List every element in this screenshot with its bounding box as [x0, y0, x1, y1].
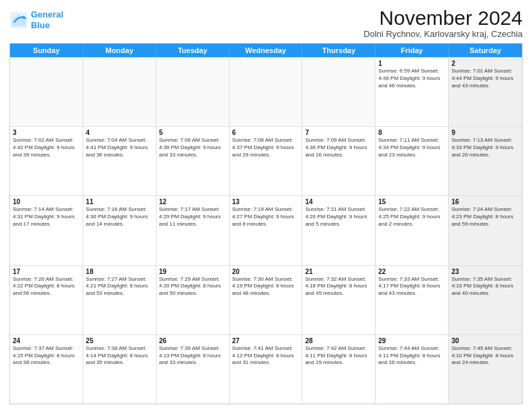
- cell-info-r2-c0: Sunrise: 7:14 AM Sunset: 4:31 PM Dayligh…: [13, 206, 80, 228]
- day-num-r2-c1: 11: [86, 198, 153, 205]
- day-num-r0-c5: 1: [378, 60, 445, 67]
- cal-cell-r1-c1: 4Sunrise: 7:04 AM Sunset: 4:41 PM Daylig…: [83, 127, 157, 195]
- logo-icon: [9, 11, 28, 30]
- cell-info-r2-c5: Sunrise: 7:22 AM Sunset: 4:25 PM Dayligh…: [378, 206, 445, 228]
- cell-info-r0-c5: Sunrise: 6:59 AM Sunset: 4:46 PM Dayligh…: [378, 68, 445, 89]
- header-tuesday: Tuesday: [157, 44, 230, 57]
- cell-info-r1-c3: Sunrise: 7:08 AM Sunset: 4:37 PM Dayligh…: [232, 137, 300, 158]
- header: General Blue November 2024 Dolni Rychnov…: [9, 7, 523, 39]
- day-num-r4-c6: 30: [451, 337, 519, 345]
- logo-line2: Blue: [31, 20, 50, 30]
- location: Dolni Rychnov, Karlovarsky kraj, Czechia: [363, 29, 523, 39]
- cal-cell-r2-c0: 10Sunrise: 7:14 AM Sunset: 4:31 PM Dayli…: [10, 196, 83, 265]
- header-saturday: Saturday: [449, 44, 522, 57]
- day-num-r1-c4: 7: [305, 129, 372, 136]
- cal-cell-r1-c4: 7Sunrise: 7:09 AM Sunset: 4:36 PM Daylig…: [302, 127, 375, 195]
- cell-info-r3-c3: Sunrise: 7:30 AM Sunset: 4:19 PM Dayligh…: [232, 276, 300, 298]
- cal-row-1: 3Sunrise: 7:02 AM Sunset: 4:42 PM Daylig…: [10, 126, 522, 195]
- cal-cell-r1-c0: 3Sunrise: 7:02 AM Sunset: 4:42 PM Daylig…: [10, 127, 83, 195]
- day-num-r3-c4: 21: [305, 268, 372, 275]
- cell-info-r4-c0: Sunrise: 7:37 AM Sunset: 4:15 PM Dayligh…: [13, 345, 80, 367]
- page: General Blue November 2024 Dolni Rychnov…: [0, 0, 532, 411]
- cell-info-r4-c1: Sunrise: 7:38 AM Sunset: 4:14 PM Dayligh…: [86, 345, 153, 367]
- day-num-r2-c5: 15: [378, 198, 445, 205]
- cell-info-r1-c4: Sunrise: 7:09 AM Sunset: 4:36 PM Dayligh…: [305, 137, 372, 158]
- cal-cell-r0-c3: [230, 58, 303, 126]
- header-sunday: Sunday: [10, 44, 83, 57]
- calendar: Sunday Monday Tuesday Wednesday Thursday…: [9, 43, 523, 404]
- cell-info-r1-c5: Sunrise: 7:11 AM Sunset: 4:34 PM Dayligh…: [378, 137, 445, 158]
- cell-info-r0-c6: Sunrise: 7:01 AM Sunset: 4:44 PM Dayligh…: [451, 68, 519, 89]
- cal-cell-r3-c5: 22Sunrise: 7:33 AM Sunset: 4:17 PM Dayli…: [375, 266, 449, 334]
- cal-cell-r1-c2: 5Sunrise: 7:06 AM Sunset: 4:39 PM Daylig…: [157, 127, 230, 195]
- cell-info-r3-c6: Sunrise: 7:35 AM Sunset: 4:16 PM Dayligh…: [451, 276, 519, 298]
- cell-info-r4-c4: Sunrise: 7:42 AM Sunset: 4:11 PM Dayligh…: [305, 345, 372, 367]
- month-title: November 2024: [363, 7, 523, 29]
- day-num-r2-c0: 10: [13, 198, 80, 205]
- day-num-r1-c1: 4: [86, 129, 153, 136]
- day-num-r3-c1: 18: [86, 268, 153, 275]
- header-friday: Friday: [375, 44, 449, 57]
- cal-cell-r2-c5: 15Sunrise: 7:22 AM Sunset: 4:25 PM Dayli…: [375, 196, 449, 265]
- cell-info-r2-c2: Sunrise: 7:17 AM Sunset: 4:29 PM Dayligh…: [159, 206, 226, 228]
- day-num-r1-c6: 9: [451, 129, 519, 136]
- cal-cell-r2-c2: 12Sunrise: 7:17 AM Sunset: 4:29 PM Dayli…: [157, 196, 230, 265]
- day-num-r2-c6: 16: [451, 198, 519, 205]
- cal-cell-r0-c5: 1Sunrise: 6:59 AM Sunset: 4:46 PM Daylig…: [375, 58, 449, 126]
- cal-cell-r4-c1: 25Sunrise: 7:38 AM Sunset: 4:14 PM Dayli…: [83, 335, 157, 404]
- cal-cell-r2-c1: 11Sunrise: 7:16 AM Sunset: 4:30 PM Dayli…: [83, 196, 157, 265]
- cal-row-3: 17Sunrise: 7:26 AM Sunset: 4:22 PM Dayli…: [10, 265, 522, 334]
- cal-cell-r0-c0: [10, 58, 83, 126]
- cal-cell-r3-c6: 23Sunrise: 7:35 AM Sunset: 4:16 PM Dayli…: [449, 266, 522, 334]
- cell-info-r3-c4: Sunrise: 7:32 AM Sunset: 4:18 PM Dayligh…: [305, 276, 372, 298]
- day-num-r4-c0: 24: [13, 337, 80, 345]
- cell-info-r2-c1: Sunrise: 7:16 AM Sunset: 4:30 PM Dayligh…: [86, 206, 153, 228]
- header-thursday: Thursday: [302, 44, 375, 57]
- cal-cell-r3-c3: 20Sunrise: 7:30 AM Sunset: 4:19 PM Dayli…: [230, 266, 303, 334]
- day-num-r3-c0: 17: [13, 268, 80, 275]
- day-num-r1-c3: 6: [232, 129, 300, 136]
- cell-info-r3-c2: Sunrise: 7:29 AM Sunset: 4:20 PM Dayligh…: [159, 276, 226, 298]
- cell-info-r1-c6: Sunrise: 7:13 AM Sunset: 4:33 PM Dayligh…: [451, 137, 519, 158]
- cal-cell-r3-c4: 21Sunrise: 7:32 AM Sunset: 4:18 PM Dayli…: [302, 266, 375, 334]
- calendar-header: Sunday Monday Tuesday Wednesday Thursday…: [10, 44, 522, 57]
- logo-text: General Blue: [31, 9, 63, 30]
- cell-info-r1-c2: Sunrise: 7:06 AM Sunset: 4:39 PM Dayligh…: [159, 137, 226, 158]
- day-num-r1-c5: 8: [378, 129, 445, 136]
- cell-info-r3-c1: Sunrise: 7:27 AM Sunset: 4:21 PM Dayligh…: [86, 276, 153, 298]
- cell-info-r2-c6: Sunrise: 7:24 AM Sunset: 4:23 PM Dayligh…: [451, 206, 519, 228]
- cal-cell-r4-c2: 26Sunrise: 7:39 AM Sunset: 4:13 PM Dayli…: [157, 335, 230, 404]
- cal-cell-r3-c2: 19Sunrise: 7:29 AM Sunset: 4:20 PM Dayli…: [157, 266, 230, 334]
- day-num-r3-c6: 23: [451, 268, 519, 275]
- logo: General Blue: [9, 9, 63, 30]
- cell-info-r3-c5: Sunrise: 7:33 AM Sunset: 4:17 PM Dayligh…: [378, 276, 445, 298]
- cal-cell-r2-c3: 13Sunrise: 7:19 AM Sunset: 4:27 PM Dayli…: [230, 196, 303, 265]
- day-num-r0-c6: 2: [451, 60, 519, 67]
- day-num-r2-c3: 13: [232, 198, 300, 205]
- cal-cell-r3-c0: 17Sunrise: 7:26 AM Sunset: 4:22 PM Dayli…: [10, 266, 83, 334]
- cell-info-r3-c0: Sunrise: 7:26 AM Sunset: 4:22 PM Dayligh…: [13, 276, 80, 298]
- cell-info-r4-c2: Sunrise: 7:39 AM Sunset: 4:13 PM Dayligh…: [159, 345, 226, 367]
- day-num-r4-c1: 25: [86, 337, 153, 345]
- cal-cell-r4-c6: 30Sunrise: 7:45 AM Sunset: 4:10 PM Dayli…: [449, 335, 522, 404]
- cal-row-2: 10Sunrise: 7:14 AM Sunset: 4:31 PM Dayli…: [10, 195, 522, 265]
- day-num-r1-c2: 5: [159, 129, 226, 136]
- cell-info-r2-c3: Sunrise: 7:19 AM Sunset: 4:27 PM Dayligh…: [232, 206, 300, 228]
- cell-info-r4-c6: Sunrise: 7:45 AM Sunset: 4:10 PM Dayligh…: [451, 345, 519, 367]
- day-num-r2-c2: 12: [159, 198, 226, 205]
- day-num-r4-c2: 26: [159, 337, 226, 345]
- cell-info-r4-c3: Sunrise: 7:41 AM Sunset: 4:12 PM Dayligh…: [232, 345, 300, 367]
- header-monday: Monday: [83, 44, 157, 57]
- day-num-r3-c2: 19: [159, 268, 226, 275]
- cal-cell-r4-c4: 28Sunrise: 7:42 AM Sunset: 4:11 PM Dayli…: [302, 335, 375, 404]
- cal-cell-r1-c3: 6Sunrise: 7:08 AM Sunset: 4:37 PM Daylig…: [230, 127, 303, 195]
- day-num-r4-c3: 27: [232, 337, 300, 345]
- cal-cell-r4-c5: 29Sunrise: 7:44 AM Sunset: 4:11 PM Dayli…: [375, 335, 449, 404]
- cell-info-r2-c4: Sunrise: 7:21 AM Sunset: 4:26 PM Dayligh…: [305, 206, 372, 228]
- cal-cell-r0-c2: [157, 58, 230, 126]
- day-num-r4-c4: 28: [305, 337, 372, 345]
- cal-cell-r2-c6: 16Sunrise: 7:24 AM Sunset: 4:23 PM Dayli…: [449, 196, 522, 265]
- cal-cell-r4-c3: 27Sunrise: 7:41 AM Sunset: 4:12 PM Dayli…: [230, 335, 303, 404]
- cal-row-4: 24Sunrise: 7:37 AM Sunset: 4:15 PM Dayli…: [10, 334, 522, 404]
- header-wednesday: Wednesday: [230, 44, 303, 57]
